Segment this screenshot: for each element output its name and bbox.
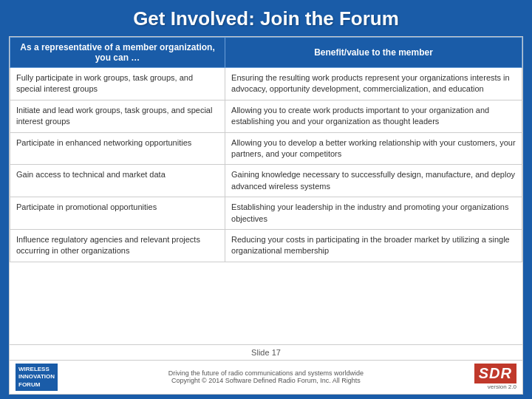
- benefit-cell: Allowing you to create work products imp…: [225, 100, 522, 132]
- action-cell: Initiate and lead work groups, task grou…: [10, 100, 225, 132]
- benefit-cell: Ensuring the resulting work products rep…: [225, 68, 522, 100]
- sdr-box: SDR version 2.0: [474, 364, 516, 390]
- footer-area: Slide 17: [9, 345, 523, 361]
- col2-header: Benefit/value to the member: [225, 38, 522, 68]
- main-table: As a representative of a member organiza…: [10, 37, 522, 262]
- wif-line3: Forum: [18, 381, 55, 389]
- wif-line2: Innovation: [18, 373, 55, 381]
- page-wrapper: Get Involved: Join the Forum As a repres…: [0, 0, 532, 399]
- wif-line1: Wireless: [18, 366, 55, 373]
- action-cell: Fully participate in work groups, task g…: [10, 68, 225, 100]
- table-row: Initiate and lead work groups, task grou…: [10, 100, 522, 132]
- bottom-bar: Wireless Innovation Forum Driving the fu…: [9, 361, 523, 395]
- tagline: Driving the future of radio communicatio…: [168, 369, 364, 377]
- action-cell: Participate in enhanced networking oppor…: [10, 132, 225, 165]
- sdr-logo: SDR: [474, 364, 516, 383]
- action-cell: Participate in promotional opportunities: [10, 197, 225, 230]
- table-row: Gain access to technical and market data…: [10, 165, 522, 197]
- wif-logo-box: Wireless Innovation Forum: [16, 364, 58, 391]
- col1-header: As a representative of a member organiza…: [10, 38, 225, 68]
- benefit-cell: Reducing your costs in participating in …: [225, 229, 522, 262]
- bottom-center: Driving the future of radio communicatio…: [168, 369, 364, 384]
- table-row: Participate in promotional opportunities…: [10, 197, 522, 230]
- sdr-version: version 2.0: [488, 383, 516, 390]
- content-area: As a representative of a member organiza…: [9, 36, 523, 345]
- table-row: Influence regulatory agencies and releva…: [10, 229, 522, 262]
- wif-logo: Wireless Innovation Forum: [16, 364, 58, 391]
- benefit-cell: Gaining knowledge necessary to successfu…: [225, 165, 522, 197]
- benefit-cell: Establishing your leadership in the indu…: [225, 197, 522, 230]
- table-row: Participate in enhanced networking oppor…: [10, 132, 522, 165]
- page-title: Get Involved: Join the Forum: [15, 7, 517, 30]
- title-bar: Get Involved: Join the Forum: [0, 0, 532, 36]
- copyright: Copyright © 2014 Software Defined Radio …: [168, 377, 364, 384]
- table-row: Fully participate in work groups, task g…: [10, 68, 522, 100]
- slide-label: Slide 17: [251, 348, 281, 357]
- action-cell: Influence regulatory agencies and releva…: [10, 229, 225, 262]
- benefit-cell: Allowing you to develop a better working…: [225, 132, 522, 165]
- action-cell: Gain access to technical and market data: [10, 165, 225, 197]
